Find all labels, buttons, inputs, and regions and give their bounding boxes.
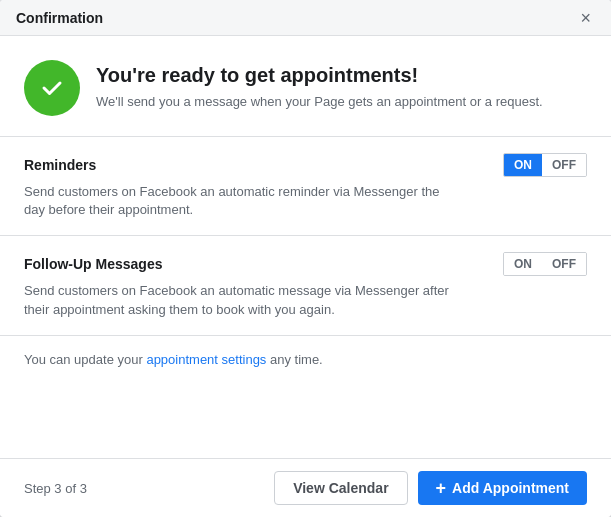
followup-section: Follow-Up Messages ON OFF Send customers… bbox=[0, 236, 611, 335]
footer-buttons: View Calendar + Add Appointment bbox=[274, 471, 587, 505]
dialog-header: Confirmation × bbox=[0, 0, 611, 36]
close-icon: × bbox=[580, 8, 591, 28]
reminders-toggle-off[interactable]: OFF bbox=[542, 154, 586, 176]
success-icon-circle bbox=[24, 60, 80, 116]
add-appointment-button[interactable]: + Add Appointment bbox=[418, 471, 587, 505]
add-appointment-label: Add Appointment bbox=[452, 480, 569, 496]
followup-description: Send customers on Facebook an automatic … bbox=[24, 282, 464, 318]
appointment-settings-link[interactable]: appointment settings bbox=[146, 352, 266, 367]
reminders-toggle-on[interactable]: ON bbox=[504, 154, 542, 176]
reminders-toggle[interactable]: ON OFF bbox=[503, 153, 587, 177]
close-button[interactable]: × bbox=[576, 9, 595, 27]
plus-icon: + bbox=[436, 479, 447, 497]
dialog-title: Confirmation bbox=[16, 10, 103, 26]
followup-toggle[interactable]: ON OFF bbox=[503, 252, 587, 276]
note-text-before: You can update your bbox=[24, 352, 146, 367]
note-section: You can update your appointment settings… bbox=[0, 336, 611, 383]
followup-toggle-off[interactable]: OFF bbox=[542, 253, 586, 275]
hero-text: You're ready to get appointments! We'll … bbox=[96, 64, 543, 111]
reminders-section: Reminders ON OFF Send customers on Faceb… bbox=[0, 137, 611, 236]
step-indicator: Step 3 of 3 bbox=[24, 481, 87, 496]
followup-label: Follow-Up Messages bbox=[24, 256, 162, 272]
reminders-row: Reminders ON OFF bbox=[24, 153, 587, 177]
view-calendar-button[interactable]: View Calendar bbox=[274, 471, 407, 505]
dialog-footer: Step 3 of 3 View Calendar + Add Appointm… bbox=[0, 458, 611, 517]
reminders-description: Send customers on Facebook an automatic … bbox=[24, 183, 464, 219]
checkmark-icon bbox=[38, 74, 66, 102]
dialog-body: You're ready to get appointments! We'll … bbox=[0, 36, 611, 458]
hero-section: You're ready to get appointments! We'll … bbox=[0, 36, 611, 137]
hero-description: We'll send you a message when your Page … bbox=[96, 93, 543, 111]
note-text-after: any time. bbox=[266, 352, 322, 367]
hero-heading: You're ready to get appointments! bbox=[96, 64, 543, 87]
followup-row: Follow-Up Messages ON OFF bbox=[24, 252, 587, 276]
reminders-label: Reminders bbox=[24, 157, 96, 173]
confirmation-dialog: Confirmation × You're ready to get appoi… bbox=[0, 0, 611, 517]
followup-toggle-on[interactable]: ON bbox=[504, 253, 542, 275]
